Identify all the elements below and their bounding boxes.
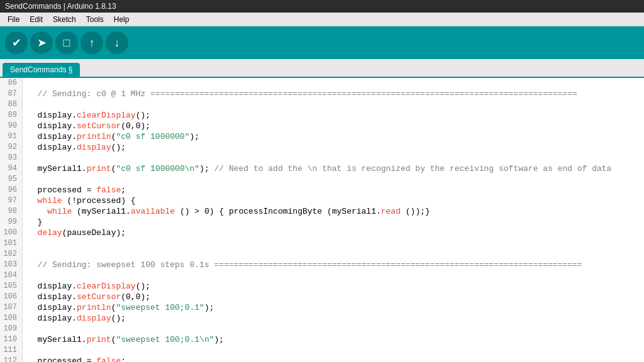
- line-number: 104: [0, 270, 23, 281]
- code-line: 107 display.println("sweepset 100;0.1");: [0, 302, 644, 313]
- code-line: 111: [0, 345, 644, 356]
- line-content[interactable]: while (mySerial1.available () > 0) { pro…: [23, 206, 430, 217]
- line-content[interactable]: display.display();: [23, 313, 126, 324]
- line-content[interactable]: display.clearDisplay();: [23, 110, 150, 121]
- line-number: 88: [0, 99, 23, 110]
- code-line: 92 display.display();: [0, 142, 644, 153]
- line-number: 106: [0, 292, 23, 302]
- line-number: 97: [0, 195, 23, 206]
- line-number: 112: [0, 356, 23, 362]
- line-content[interactable]: [23, 99, 28, 110]
- code-line: 90 display.setCursor(0,0);: [0, 121, 644, 131]
- code-line: 101: [0, 238, 644, 249]
- code-line: 94 mySerial1.print("c0 sf 1000000\n"); /…: [0, 163, 644, 174]
- line-number: 87: [0, 89, 23, 99]
- line-content[interactable]: display.println("sweepset 100;0.1");: [23, 302, 214, 313]
- line-number: 111: [0, 345, 23, 356]
- line-content[interactable]: display.clearDisplay();: [23, 281, 150, 292]
- line-number: 103: [0, 260, 23, 270]
- code-line: 102: [0, 249, 644, 260]
- line-number: 110: [0, 334, 23, 345]
- tab-bar: SendCommands §: [0, 59, 644, 78]
- line-number: 109: [0, 324, 23, 334]
- code-line: 112 processed = false;: [0, 356, 644, 362]
- code-editor[interactable]: 8687 // Sending: c0 @ 1 MHz ============…: [0, 78, 644, 362]
- line-content[interactable]: [23, 238, 28, 249]
- line-content[interactable]: // Sending: sweepset 100 steps 0.1s ====…: [23, 260, 582, 270]
- line-number: 96: [0, 185, 23, 195]
- new-button[interactable]: □: [55, 31, 78, 54]
- code-line: 88: [0, 99, 644, 110]
- line-number: 86: [0, 78, 23, 89]
- line-number: 100: [0, 228, 23, 238]
- line-number: 102: [0, 249, 23, 260]
- title-text: SendCommands | Arduino 1.8.13: [5, 2, 116, 11]
- line-number: 93: [0, 153, 23, 163]
- menu-item-help[interactable]: Help: [109, 14, 135, 25]
- line-number: 89: [0, 110, 23, 121]
- title-bar: SendCommands | Arduino 1.8.13: [0, 0, 644, 13]
- code-line: 104: [0, 270, 644, 281]
- menu-bar: FileEditSketchToolsHelp: [0, 13, 644, 26]
- code-line: 93: [0, 153, 644, 163]
- line-number: 105: [0, 281, 23, 292]
- menu-item-file[interactable]: File: [3, 14, 25, 25]
- line-content[interactable]: // Sending: c0 @ 1 MHz =================…: [23, 89, 577, 99]
- toolbar: ✔ ➤ □ ↑ ↓: [0, 26, 644, 59]
- code-line: 108 display.display();: [0, 313, 644, 324]
- save-button[interactable]: ↓: [106, 31, 128, 54]
- line-number: 107: [0, 302, 23, 313]
- menu-item-tools[interactable]: Tools: [81, 14, 109, 25]
- code-line: 91 display.println("c0 sf 1000000");: [0, 131, 644, 142]
- open-button[interactable]: ↑: [80, 31, 103, 54]
- line-content[interactable]: display.display();: [23, 142, 126, 153]
- menu-item-sketch[interactable]: Sketch: [48, 14, 81, 25]
- code-line: 99 }: [0, 217, 644, 228]
- line-number: 92: [0, 142, 23, 153]
- line-content[interactable]: [23, 249, 28, 260]
- line-number: 94: [0, 163, 23, 174]
- code-line: 96 processed = false;: [0, 185, 644, 195]
- code-line: 87 // Sending: c0 @ 1 MHz ==============…: [0, 89, 644, 99]
- code-line: 100 delay(pauseDelay);: [0, 228, 644, 238]
- line-number: 101: [0, 238, 23, 249]
- code-line: 109: [0, 324, 644, 334]
- line-content[interactable]: display.setCursor(0,0);: [23, 121, 150, 131]
- line-content[interactable]: [23, 153, 28, 163]
- code-line: 86: [0, 78, 644, 89]
- code-line: 105 display.clearDisplay();: [0, 281, 644, 292]
- verify-button[interactable]: ✔: [5, 31, 28, 54]
- upload-button[interactable]: ➤: [30, 31, 53, 54]
- line-number: 95: [0, 174, 23, 185]
- line-content[interactable]: [23, 78, 28, 89]
- line-content[interactable]: display.setCursor(0,0);: [23, 292, 150, 302]
- line-content[interactable]: display.println("c0 sf 1000000");: [23, 131, 199, 142]
- line-content[interactable]: mySerial1.print("c0 sf 1000000\n"); // N…: [23, 163, 611, 174]
- line-number: 91: [0, 131, 23, 142]
- line-number: 99: [0, 217, 23, 228]
- line-content[interactable]: delay(pauseDelay);: [23, 228, 126, 238]
- line-number: 108: [0, 313, 23, 324]
- line-content[interactable]: processed = false;: [23, 185, 126, 195]
- line-number: 90: [0, 121, 23, 131]
- code-line: 106 display.setCursor(0,0);: [0, 292, 644, 302]
- code-line: 98 while (mySerial1.available () > 0) { …: [0, 206, 644, 217]
- line-content[interactable]: [23, 174, 28, 185]
- line-content[interactable]: }: [23, 217, 42, 228]
- line-content[interactable]: [23, 324, 28, 334]
- line-content[interactable]: mySerial1.print("sweepset 100;0.1\n");: [23, 334, 224, 345]
- menu-item-edit[interactable]: Edit: [25, 14, 48, 25]
- active-tab[interactable]: SendCommands §: [3, 63, 80, 77]
- code-line: 95: [0, 174, 644, 185]
- line-content[interactable]: while (!processed) {: [23, 195, 136, 206]
- line-number: 98: [0, 206, 23, 217]
- code-line: 97 while (!processed) {: [0, 195, 644, 206]
- line-content[interactable]: [23, 270, 28, 281]
- code-line: 110 mySerial1.print("sweepset 100;0.1\n"…: [0, 334, 644, 345]
- code-line: 89 display.clearDisplay();: [0, 110, 644, 121]
- line-content[interactable]: [23, 345, 28, 356]
- line-content[interactable]: processed = false;: [23, 356, 126, 362]
- code-line: 103 // Sending: sweepset 100 steps 0.1s …: [0, 260, 644, 270]
